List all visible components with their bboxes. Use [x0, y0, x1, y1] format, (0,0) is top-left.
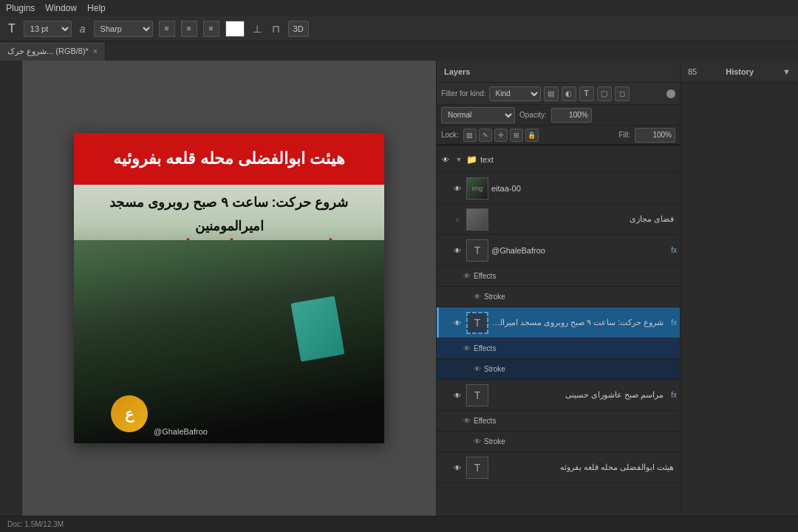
tools-panel	[0, 61, 22, 516]
ghale-thumbnail: T	[466, 239, 488, 262]
marasem-effects-sub[interactable]: 👁 Effects	[437, 411, 680, 432]
filter-shape-icon[interactable]: ▢	[597, 86, 612, 101]
aa-icon: a	[78, 21, 88, 36]
layer-heyat[interactable]: T هیئت ابوالفضلی محله قلعه بفروئه	[437, 452, 680, 483]
menu-help[interactable]: Help	[87, 3, 106, 13]
filter-kind-select[interactable]: Kind	[489, 86, 541, 101]
shorou-effects-sub[interactable]: 👁 Effects	[437, 338, 680, 359]
opacity-input[interactable]	[551, 108, 592, 123]
heyat-visibility-eye[interactable]	[451, 463, 463, 472]
align-center-btn[interactable]: ≡	[181, 21, 197, 37]
marasem-thumbnail: T	[466, 384, 488, 406]
align-left-btn[interactable]: ≡	[159, 21, 175, 37]
layers-list: ▼ 📁 text img eitaa-00 فضای مجازی	[437, 146, 680, 495]
shorou-visibility-eye[interactable]	[451, 318, 463, 327]
layer-group-text[interactable]: ▼ 📁 text	[437, 146, 680, 173]
marasem-stroke-label: Stroke	[484, 437, 505, 446]
heyat-layer-name: هیئت ابوالفضلی محله قلعه بفروئه	[491, 463, 677, 472]
history-panel: 85 History ▼	[680, 61, 798, 516]
menu-plugins[interactable]: Plugins	[6, 3, 35, 13]
shorou-thumbnail: T	[466, 312, 488, 334]
shorou-stroke-eye[interactable]: 👁	[474, 365, 481, 373]
tab-bar: شروع حرک... (RGB/8)* ×	[0, 41, 798, 61]
layers-panel: Layers Filter for kind: Kind ▤ ◐ T ▢ ◻ N…	[436, 61, 680, 516]
marasem-visibility-eye[interactable]	[451, 391, 463, 400]
folder-icon: 📁	[466, 154, 477, 165]
filter-adjust-icon[interactable]: ◐	[562, 86, 576, 101]
layer-marasem[interactable]: T مراسم صبح عاشورای حسینی fx	[437, 380, 680, 411]
shorou-effects-eye[interactable]: 👁	[463, 344, 471, 352]
lock-image-btn[interactable]: ✎	[479, 129, 492, 142]
fill-input[interactable]	[635, 128, 675, 143]
type-icon: T	[6, 21, 18, 37]
right-panels: Layers Filter for kind: Kind ▤ ◐ T ▢ ◻ N…	[436, 61, 798, 516]
canvas-watermark: @GhaleBafroo	[154, 427, 208, 436]
layers-lock-row: Lock: ▧ ✎ ✛ ⊞ 🔒 Fill:	[437, 126, 680, 145]
history-collapse-btn[interactable]: ▼	[782, 67, 791, 76]
text-color-swatch[interactable]	[225, 21, 245, 37]
design-canvas: هیئت ابوالفضلی محله قلعه بفروئیه شروع حر…	[74, 133, 384, 443]
group-visibility-eye[interactable]	[440, 155, 451, 164]
layers-filter-row: Filter for kind: Kind ▤ ◐ T ▢ ◻	[437, 83, 680, 105]
shorou-layer-name: شروع حرکت: ساعت ۹ صبح روبروی مسجد امیرال…	[491, 318, 666, 327]
status-bar: Doc: 1.5M/12.3M	[0, 516, 798, 532]
fazaye-layer-name: فضای مجازی	[491, 214, 677, 224]
marasem-effects-eye[interactable]: 👁	[463, 417, 471, 425]
3d-btn[interactable]: 3D	[288, 21, 309, 37]
layer-shorou-harkat[interactable]: T شروع حرکت: ساعت ۹ صبح روبروی مسجد امیر…	[437, 307, 680, 338]
filter-type-icon[interactable]: T	[579, 86, 594, 101]
ghale-fx-icon[interactable]: fx	[671, 246, 677, 254]
antialiasing-select[interactable]: Sharp	[94, 21, 153, 37]
menu-window[interactable]: Window	[45, 3, 77, 13]
ghale-layer-name: @GhaleBafroo	[491, 246, 666, 255]
marasem-stroke-sub[interactable]: 👁 Stroke	[437, 432, 680, 452]
lock-transparency-btn[interactable]: ▧	[463, 129, 477, 142]
canvas-top-text: هیئت ابوالفضلی محله قلعه بفروئیه	[113, 149, 345, 168]
marasem-layer-name: مراسم صبح عاشورای حسینی	[491, 390, 666, 400]
layer-eitaa-00[interactable]: img eitaa-00	[437, 173, 680, 204]
lock-artboard-btn[interactable]: ⊞	[510, 129, 523, 142]
menu-bar: Plugins Window Help	[0, 0, 798, 16]
tab-name: شروع حرک... (RGB/8)*	[7, 47, 89, 56]
marasem-fx-icon[interactable]: fx	[671, 391, 677, 399]
shorou-fx-icon[interactable]: fx	[671, 318, 677, 327]
lock-all-btn[interactable]: 🔒	[525, 129, 539, 142]
layer-ghalebafroo[interactable]: T @GhaleBafroo fx	[437, 235, 680, 266]
canvas-top-bar: هیئت ابوالفضلی محله قلعه بفروئیه	[74, 133, 384, 185]
blend-mode-select[interactable]: Normal	[441, 107, 515, 123]
status-info: Doc: 1.5M/12.3M	[7, 520, 64, 528]
heyat-thumbnail: T	[466, 457, 488, 479]
lock-icons: ▧ ✎ ✛ ⊞ 🔒	[463, 129, 539, 142]
filter-smart-icon[interactable]: ◻	[615, 86, 630, 101]
ghale-stroke-label: Stroke	[484, 293, 505, 301]
group-expand-arrow[interactable]: ▼	[454, 156, 463, 163]
fazaye-visibility-eye[interactable]	[451, 215, 463, 224]
fill-label: Fill:	[618, 131, 630, 139]
ghale-visibility-eye[interactable]	[451, 246, 463, 255]
tab-close-btn[interactable]: ×	[93, 47, 98, 55]
ghale-stroke-eye[interactable]: 👁	[474, 293, 481, 301]
align-right-btn[interactable]: ≡	[203, 21, 219, 37]
options-bar: T 13 pt a Sharp ≡ ≡ ≡ ⊥ ⊓ 3D	[0, 16, 798, 41]
eitaa-thumbnail: img	[466, 177, 488, 200]
filter-pixel-icon[interactable]: ▤	[544, 86, 559, 101]
document-tab[interactable]: شروع حرک... (RGB/8)* ×	[0, 41, 106, 61]
warp-icon: ⊓	[270, 21, 282, 36]
ghale-stroke-sub[interactable]: 👁 Stroke	[437, 287, 680, 307]
marasem-stroke-eye[interactable]: 👁	[474, 437, 481, 446]
layers-title: Layers	[444, 67, 470, 76]
opacity-label: Opacity:	[519, 111, 547, 119]
fazaye-thumbnail	[466, 208, 488, 231]
shorou-effects-label: Effects	[474, 344, 496, 352]
filter-toggle-dot[interactable]	[666, 89, 675, 98]
eitaa-layer-name: eitaa-00	[491, 184, 677, 193]
eitaa-visibility-eye[interactable]	[451, 184, 463, 193]
font-size-select[interactable]: 13 pt	[24, 21, 72, 37]
shorou-stroke-sub[interactable]: 👁 Stroke	[437, 359, 680, 380]
ghale-effects-label: Effects	[474, 272, 496, 280]
ghale-effects-sub[interactable]: 👁 Effects	[437, 266, 680, 287]
lock-position-btn[interactable]: ✛	[494, 129, 508, 142]
layer-fazaye-majazi[interactable]: فضای مجازی	[437, 204, 680, 235]
ghale-effects-eye[interactable]: 👁	[463, 272, 471, 280]
history-title-label: History	[726, 67, 754, 76]
